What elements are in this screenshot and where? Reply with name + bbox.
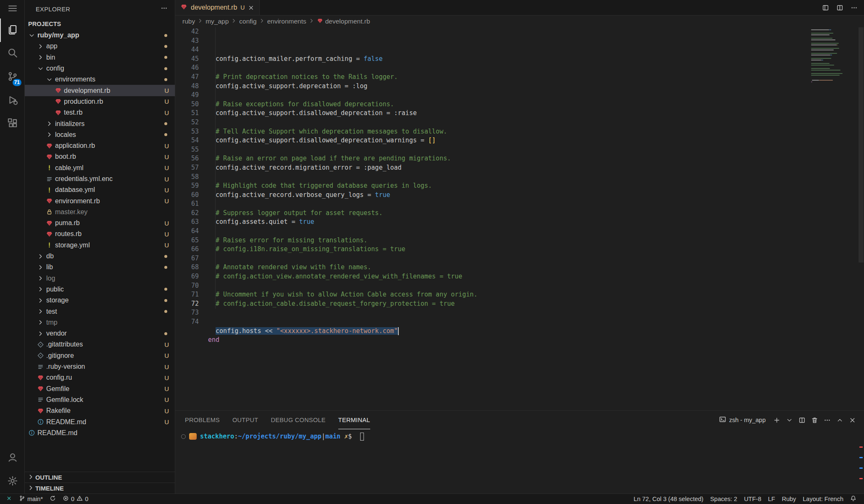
section-timeline-header[interactable]: TIMELINE bbox=[25, 483, 175, 494]
code-line-51[interactable]: config.active_support.disallowed_depreca… bbox=[208, 136, 864, 145]
breadcrumb-item[interactable]: development.rb bbox=[325, 18, 370, 25]
tree-item-cable.yml[interactable]: cable.ymlU bbox=[25, 163, 175, 173]
tree-item-public[interactable]: public bbox=[25, 284, 175, 295]
more-actions-icon[interactable] bbox=[848, 2, 860, 13]
code-line-50[interactable]: # Tell Active Support which deprecation … bbox=[208, 127, 864, 136]
close-icon[interactable] bbox=[248, 5, 254, 11]
breadcrumb-item[interactable]: environments bbox=[267, 18, 306, 25]
status-notifications[interactable] bbox=[847, 494, 860, 504]
tree-item-puma.rb[interactable]: puma.rbU bbox=[25, 218, 175, 228]
code-line-73[interactable]: end bbox=[208, 336, 864, 345]
code-line-62[interactable]: # Raises error for missing translations. bbox=[208, 236, 864, 245]
tree-item-master.key[interactable]: master.key bbox=[25, 207, 175, 218]
section-outline-header[interactable]: OUTLINE bbox=[25, 472, 175, 483]
code-line-64[interactable] bbox=[208, 254, 864, 263]
code-line-66[interactable]: # config.action_view.annotate_rendered_v… bbox=[208, 272, 864, 281]
code-line-56[interactable]: # Highlight code that triggered database… bbox=[208, 181, 864, 191]
tree-item-vendor[interactable]: vendor bbox=[25, 328, 175, 339]
code-line-55[interactable] bbox=[208, 173, 864, 182]
tab-development-rb[interactable]: development.rb U bbox=[175, 0, 260, 15]
activitybar-search[interactable] bbox=[0, 42, 24, 66]
code-line-53[interactable]: # Raise an error on page load if there a… bbox=[208, 154, 864, 163]
tree-item-gemfile.lock[interactable]: Gemfile.lockU bbox=[25, 394, 175, 405]
tree-item-test[interactable]: test bbox=[25, 306, 175, 317]
maximize-panel-icon[interactable] bbox=[834, 414, 846, 426]
status-remote[interactable] bbox=[4, 494, 16, 504]
code-line-49[interactable] bbox=[208, 118, 864, 127]
new-terminal-icon[interactable] bbox=[771, 414, 782, 426]
code-line-59[interactable]: # Suppress logger output for asset reque… bbox=[208, 209, 864, 218]
tree-item-application.rb[interactable]: application.rbU bbox=[25, 140, 175, 151]
tree-item-readme.md[interactable]: README.md bbox=[25, 428, 175, 438]
code-line-58[interactable] bbox=[208, 200, 864, 209]
code-line-70[interactable] bbox=[208, 308, 864, 318]
code-line-57[interactable]: config.active_record.verbose_query_logs … bbox=[208, 191, 864, 200]
kill-terminal-icon[interactable] bbox=[809, 414, 820, 426]
tree-item-database.yml[interactable]: database.ymlU bbox=[25, 184, 175, 195]
code-line-54[interactable]: config.active_record.migration_error = :… bbox=[208, 163, 864, 173]
status-indentation[interactable]: Spaces: 2 bbox=[707, 494, 741, 504]
code-line-48[interactable]: config.active_support.disallowed_depreca… bbox=[208, 109, 864, 118]
tree-item-config[interactable]: config bbox=[25, 63, 175, 74]
tree-item-rakefile[interactable]: RakefileU bbox=[25, 405, 175, 416]
code-line-45[interactable]: config.active_support.deprecation = :log bbox=[208, 82, 864, 91]
status-keyboard-layout[interactable]: Layout: French bbox=[799, 494, 847, 504]
code-line-72[interactable]: config.hosts << "<xxxxxx>.stackhero-netw… bbox=[208, 327, 864, 336]
code-line-60[interactable]: config.assets.quiet = true bbox=[208, 218, 864, 227]
section-projects-header[interactable]: PROJECTS bbox=[25, 18, 175, 30]
breadcrumb-item[interactable]: my_app bbox=[205, 18, 229, 25]
code-line-44[interactable]: # Print deprecation notices to the Rails… bbox=[208, 73, 864, 82]
tree-item-tmp[interactable]: tmp bbox=[25, 317, 175, 328]
tree-item-production.rb[interactable]: production.rbU bbox=[25, 96, 175, 107]
tree-item-lib[interactable]: lib bbox=[25, 262, 175, 273]
close-panel-icon[interactable] bbox=[846, 414, 858, 426]
tree-item-.gitignore[interactable]: .gitignoreU bbox=[25, 350, 175, 361]
tree-item-boot.rb[interactable]: boot.rbU bbox=[25, 151, 175, 162]
split-terminal-icon[interactable] bbox=[796, 414, 808, 426]
tree-item-config.ru[interactable]: config.ruU bbox=[25, 372, 175, 383]
code-line-71[interactable] bbox=[208, 318, 864, 327]
panel-tab-output[interactable]: OUTPUT bbox=[232, 411, 258, 429]
code-line-42[interactable]: config.action_mailer.perform_caching = f… bbox=[208, 55, 864, 64]
status-sync[interactable] bbox=[46, 494, 59, 504]
customize-layout-icon[interactable] bbox=[819, 2, 831, 13]
code-line-52[interactable] bbox=[208, 145, 864, 155]
activitybar-settings[interactable] bbox=[0, 470, 24, 494]
panel-tab-debug-console[interactable]: DEBUG CONSOLE bbox=[271, 411, 325, 429]
status-language[interactable]: Ruby bbox=[778, 494, 799, 504]
activitybar-menu[interactable] bbox=[0, 0, 24, 18]
tree-item-readme.md[interactable]: README.mdU bbox=[25, 416, 175, 427]
activitybar-run-debug[interactable] bbox=[0, 89, 24, 113]
tree-item-.gitattributes[interactable]: .gitattributesU bbox=[25, 339, 175, 350]
scrollbar-slider[interactable] bbox=[859, 27, 864, 262]
panel-tab-terminal[interactable]: TERMINAL bbox=[338, 411, 370, 429]
code-line-43[interactable] bbox=[208, 63, 864, 73]
code-editor[interactable]: 4243444546474849505152535455565758596061… bbox=[175, 27, 864, 410]
panel-tab-problems[interactable]: PROBLEMS bbox=[185, 411, 220, 429]
code-line-65[interactable]: # Annotate rendered view with file names… bbox=[208, 263, 864, 272]
tree-item-routes.rb[interactable]: routes.rbU bbox=[25, 228, 175, 239]
status-encoding[interactable]: UTF-8 bbox=[740, 494, 764, 504]
tree-item-storage[interactable]: storage bbox=[25, 295, 175, 306]
code-line-63[interactable]: # config.i18n.raise_on_missing_translati… bbox=[208, 245, 864, 254]
code-line-69[interactable]: # config.action_cable.disable_request_fo… bbox=[208, 299, 864, 309]
breadcrumb-item[interactable]: config bbox=[239, 18, 256, 25]
editor-scrollbar[interactable] bbox=[858, 27, 864, 410]
tree-item-bin[interactable]: bin bbox=[25, 52, 175, 63]
code-content[interactable]: config.action_mailer.perform_caching = f… bbox=[208, 27, 864, 410]
tree-item-environment.rb[interactable]: environment.rbU bbox=[25, 195, 175, 206]
code-line-68[interactable]: # Uncomment if you wish to allow Action … bbox=[208, 290, 864, 299]
tree-item-initializers[interactable]: initializers bbox=[25, 118, 175, 129]
code-line-67[interactable] bbox=[208, 281, 864, 291]
code-line-46[interactable] bbox=[208, 91, 864, 100]
tree-item-credentials.yml.enc[interactable]: credentials.yml.encU bbox=[25, 173, 175, 184]
status-cursor-position[interactable]: Ln 72, Col 3 (48 selected) bbox=[630, 494, 707, 504]
tree-item-gemfile[interactable]: GemfileU bbox=[25, 383, 175, 394]
code-line-74[interactable] bbox=[208, 345, 864, 354]
code-line-61[interactable] bbox=[208, 227, 864, 236]
minimap[interactable] bbox=[811, 29, 858, 96]
tree-item-environments[interactable]: environments bbox=[25, 74, 175, 85]
code-line-47[interactable]: # Raise exceptions for disallowed deprec… bbox=[208, 100, 864, 109]
activitybar-source-control[interactable]: 71 bbox=[0, 66, 24, 89]
tree-item-storage.yml[interactable]: storage.ymlU bbox=[25, 240, 175, 251]
